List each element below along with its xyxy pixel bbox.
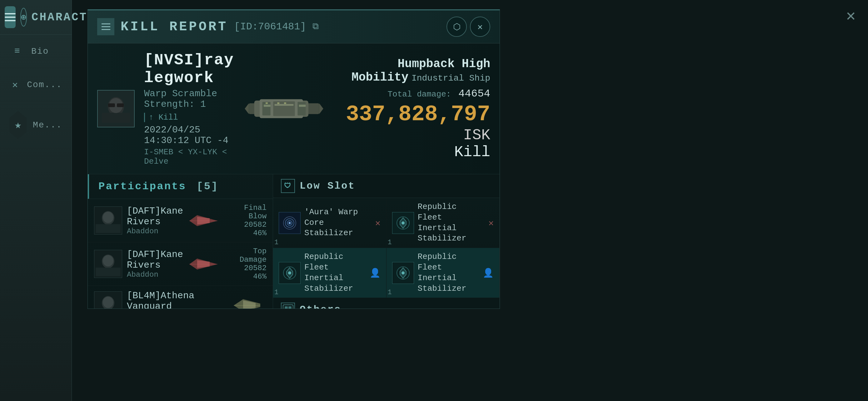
bio-icon: ≡: [9, 43, 25, 59]
low-slot-section: 🛡 Low Slot: [273, 174, 500, 198]
participant-row[interactable]: [DAFT]Kane Rivers Abaddon Top Damage: [88, 242, 273, 286]
panel-hamburger-button[interactable]: [97, 18, 114, 35]
svg-rect-16: [299, 105, 306, 107]
svg-rect-20: [277, 102, 279, 104]
item-remove-button-2[interactable]: ✕: [488, 218, 494, 228]
item-icon-4: [392, 262, 414, 284]
participant-ship-img-3: [230, 296, 262, 309]
svg-rect-58: [288, 306, 291, 308]
item-user-button-4[interactable]: 👤: [483, 268, 494, 278]
svg-rect-32: [96, 268, 121, 276]
participant-stat-label-2: Top Damage: [224, 247, 267, 264]
item-row[interactable]: 1 Republic Fleet Inertial Stabilizer ✕: [386, 198, 500, 248]
svg-marker-17: [245, 103, 249, 114]
svg-rect-25: [96, 224, 121, 233]
copy-id-icon[interactable]: ⧉: [312, 22, 319, 32]
others-icon: [281, 303, 295, 308]
ship-image: [243, 84, 324, 134]
panel-close-button[interactable]: ✕: [470, 16, 490, 37]
svg-rect-5: [117, 103, 124, 107]
combat-icon: ✕: [9, 77, 21, 93]
kill-tag: ↑ Kill: [144, 113, 234, 122]
participant-portrait-1-svg: [96, 208, 121, 233]
hamburger-line-1: [5, 13, 16, 14]
participant-name-3: [BL4M]Athena Vanguard: [127, 291, 226, 308]
item-icon-1: [279, 212, 301, 234]
others-title: Others: [300, 304, 341, 308]
participant-stat-damage-1: 20582 46%: [224, 221, 267, 237]
item-name-4: Republic Fleet Inertial Stabilizer: [418, 252, 479, 294]
participant-info-1: [DAFT]Kane Rivers Abaddon: [127, 206, 183, 235]
svg-rect-57: [285, 306, 288, 308]
participant-ship-img-2: [188, 255, 219, 273]
sidebar-item-label-medals: Me...: [33, 120, 62, 130]
participant-stats-2: Top Damage 20582 46%: [224, 247, 267, 281]
participant-row[interactable]: ★ [BL4M]Athena Vanguard Machariel: [88, 286, 273, 308]
total-damage-value: 44654: [458, 88, 490, 100]
panel-ham-line3: [101, 29, 110, 30]
item-icon-2: [392, 212, 414, 234]
item-qty-1: 1: [274, 239, 278, 246]
window-close-button[interactable]: ✕: [846, 6, 856, 25]
participant-row[interactable]: [DAFT]Kane Rivers Abaddon Final Blow: [88, 199, 273, 242]
participant-avatar-1: [94, 206, 122, 235]
main-panel: KILL REPORT [ID:7061481] ⧉ ⬡ ✕: [72, 0, 868, 401]
participant-info-2: [DAFT]Kane Rivers Abaddon: [127, 249, 183, 279]
victim-stats: Humpback High Mobility Industrial Ship T…: [334, 57, 490, 161]
export-button[interactable]: ⬡: [446, 16, 467, 37]
kill-report-header: KILL REPORT [ID:7061481] ⧉ ⬡ ✕: [88, 10, 500, 43]
victim-name: [NVSI]ray legwork: [144, 51, 234, 87]
ship-name-display: Humpback High Mobility Industrial Ship: [334, 57, 490, 84]
item-name-1: 'Aura' Warp Core Stabilizer: [304, 207, 372, 239]
low-slot-items-grid: 1 'Aura' Warp Core Stabilizer ✕: [273, 198, 500, 298]
participant-info-3: [BL4M]Athena Vanguard Machariel: [127, 291, 226, 308]
sidebar-item-bio[interactable]: ≡ Bio: [0, 35, 71, 68]
kill-report-panel: KILL REPORT [ID:7061481] ⧉ ⬡ ✕: [88, 9, 500, 309]
inertial-stab-icon-svg-2: [282, 265, 298, 281]
warp-core-stab-icon-svg: [282, 215, 298, 231]
inertial-stab-icon-svg-1: [395, 215, 411, 231]
participant-percent-1: 46%: [253, 229, 267, 237]
svg-rect-4: [108, 103, 115, 107]
panel-ham-line2: [101, 26, 110, 27]
svg-rect-11: [262, 102, 271, 115]
participant-ship-1: Abaddon: [127, 227, 183, 235]
participant-ship-2: Abaddon: [127, 270, 183, 279]
abaddon-ship-svg-2: [188, 256, 219, 273]
svg-rect-19: [266, 102, 268, 104]
participants-section-title: Participants [5]: [88, 174, 273, 199]
item-remove-button-1[interactable]: ✕: [375, 218, 380, 228]
item-qty-3: 1: [274, 289, 278, 296]
kill-datetime: 2022/04/25 14:30:12 UTC -4: [144, 125, 234, 146]
participant-stats-1: Final Blow 20582 46%: [224, 204, 267, 237]
isk-row: 337,828,797 ISK: [334, 102, 490, 144]
participant-name-1: [DAFT]Kane Rivers: [127, 206, 183, 227]
svg-rect-14: [264, 105, 271, 107]
participant-name-2: [DAFT]Kane Rivers: [127, 249, 183, 270]
victim-portrait-svg: [102, 95, 130, 123]
svg-point-31: [103, 255, 114, 266]
sidebar-item-combat[interactable]: ✕ Com...: [0, 68, 71, 101]
participant-portrait-3-svg: [96, 293, 121, 309]
sidebar-item-label-bio: Bio: [31, 46, 49, 56]
hexagon-icon: ★: [9, 111, 27, 139]
item-name-2: Republic Fleet Inertial Stabilizer: [418, 202, 485, 244]
participant-stat-damage-2: 20582 46%: [224, 264, 267, 281]
svg-marker-18: [319, 103, 323, 114]
sidebar-item-label-combat: Com...: [27, 80, 62, 90]
hamburger-button[interactable]: [5, 6, 16, 28]
victim-avatar: [97, 90, 135, 127]
isk-label: ISK: [463, 127, 490, 144]
item-row[interactable]: 1 Republic Fleet Inertial Stabilizer 👤: [273, 248, 386, 298]
item-row[interactable]: 1 Republic Fleet Inertial Stabilizer 👤: [386, 248, 500, 298]
svg-point-55: [402, 271, 405, 274]
hamburger-line-2: [5, 16, 16, 18]
svg-point-52: [288, 271, 291, 274]
others-section: Others: [273, 298, 500, 308]
item-user-button-3[interactable]: 👤: [370, 268, 380, 278]
total-damage-text: Total damage:: [388, 90, 451, 99]
victim-info: [NVSI]ray legwork Warp Scramble Strength…: [144, 51, 234, 166]
sidebar-item-medals[interactable]: ★ Me...: [0, 101, 71, 149]
svg-point-49: [402, 222, 405, 225]
item-row[interactable]: 1 'Aura' Warp Core Stabilizer ✕: [273, 198, 386, 248]
